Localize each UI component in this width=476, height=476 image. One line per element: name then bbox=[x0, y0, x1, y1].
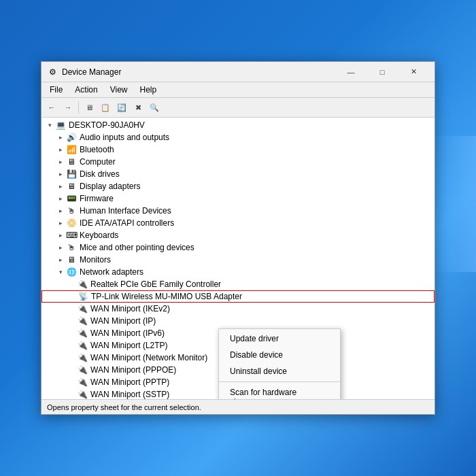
item-label-firmware: Firmware bbox=[80, 194, 114, 203]
tree-item-bluetooth[interactable]: ▸📶Bluetooth bbox=[41, 143, 435, 156]
toolbar-separator-1 bbox=[78, 101, 79, 114]
expand-icon-wan-monitor[interactable] bbox=[66, 352, 77, 363]
item-label-network: Network adapters bbox=[80, 267, 143, 277]
expand-icon-ide[interactable]: ▸ bbox=[55, 218, 66, 228]
minimize-button[interactable]: — bbox=[335, 62, 367, 82]
tree-item-diskdrives[interactable]: ▸💾Disk drives bbox=[41, 168, 435, 180]
item-icon-display: 🖥 bbox=[66, 181, 77, 192]
forward-button[interactable]: → bbox=[61, 100, 75, 115]
status-text: Opens property sheet for the current sel… bbox=[47, 403, 201, 411]
item-label-wan-ikev2: WAN Miniport (IKEv2) bbox=[90, 304, 170, 313]
properties-button[interactable]: 📋 bbox=[98, 100, 113, 115]
expand-icon-mice[interactable]: ▸ bbox=[55, 242, 66, 253]
expand-icon-wan-sstp[interactable] bbox=[66, 389, 77, 399]
item-icon-bluetooth: 📶 bbox=[66, 144, 77, 155]
expand-icon-wan-l2tp[interactable] bbox=[66, 340, 77, 351]
tree-item-mice[interactable]: ▸🖱Mice and other pointing devices bbox=[41, 241, 435, 254]
tree-item-display[interactable]: ▸🖥Display adapters bbox=[41, 180, 435, 192]
item-label-audio: Audio inputs and outputs bbox=[80, 133, 169, 142]
expand-icon-firmware[interactable]: ▸ bbox=[55, 193, 66, 204]
item-icon-audio: 🔊 bbox=[66, 132, 77, 143]
content-area: ▾💻DESKTOP-90JA0HV▸🔊Audio inputs and outp… bbox=[41, 118, 435, 399]
item-icon-wan-l2tp: 🔌 bbox=[77, 340, 88, 351]
item-label-keyboards: Keyboards bbox=[80, 231, 118, 240]
scan-button[interactable]: 🔍 bbox=[147, 100, 162, 115]
item-label-realtek: Realtek PCIe GbE Family Controller bbox=[90, 279, 221, 289]
expand-icon-monitors[interactable]: ▸ bbox=[55, 254, 66, 265]
tree-item-wan-ip[interactable]: 🔌WAN Miniport (IP) bbox=[41, 315, 435, 327]
tree-item-realtek[interactable]: 🔌Realtek PCIe GbE Family Controller bbox=[41, 278, 435, 290]
context-menu-item-uninstall-device[interactable]: Uninstall device bbox=[219, 363, 340, 379]
tree-item-network[interactable]: ▾🌐Network adapters bbox=[41, 266, 435, 278]
maximize-button[interactable]: □ bbox=[367, 62, 398, 82]
tree-item-firmware[interactable]: ▸📟Firmware bbox=[41, 192, 435, 205]
item-label-wan-l2tp: WAN Miniport (L2TP) bbox=[90, 341, 168, 350]
item-icon-wan-pppoe: 🔌 bbox=[77, 364, 88, 375]
expand-icon-network[interactable]: ▾ bbox=[55, 267, 66, 277]
tree-item-audio[interactable]: ▸🔊Audio inputs and outputs bbox=[41, 131, 435, 143]
item-label-ide: IDE ATA/ATAPI controllers bbox=[80, 218, 174, 228]
item-label-mice: Mice and other pointing devices bbox=[80, 243, 194, 252]
menu-file[interactable]: File bbox=[44, 84, 68, 96]
item-icon-wan-sstp: 🔌 bbox=[77, 389, 88, 399]
item-label-monitors: Monitors bbox=[80, 255, 111, 265]
item-icon-mice: 🖱 bbox=[66, 242, 77, 253]
expand-icon-wan-ipv6[interactable] bbox=[66, 328, 77, 339]
context-menu-separator-3 bbox=[219, 381, 340, 382]
item-icon-computer2: 🖥 bbox=[66, 156, 77, 167]
menu-bar: File Action View Help bbox=[41, 82, 435, 98]
item-icon-wan-ikev2: 🔌 bbox=[77, 303, 88, 314]
menu-action[interactable]: Action bbox=[69, 84, 103, 96]
expand-icon-wan-pptp[interactable] bbox=[66, 377, 77, 388]
expand-icon-hid[interactable]: ▸ bbox=[55, 205, 66, 216]
show-all-devices-button[interactable]: 🖥 bbox=[82, 100, 97, 115]
expand-icon-wan-ip[interactable] bbox=[66, 316, 77, 326]
context-menu-item-scan-for-hardware-changes[interactable]: Scan for hardware changes bbox=[219, 384, 340, 399]
menu-view[interactable]: View bbox=[105, 84, 133, 96]
back-button[interactable]: ← bbox=[44, 100, 59, 115]
uninstall-button[interactable]: ✖ bbox=[131, 100, 146, 115]
tree-item-hid[interactable]: ▸🖱Human Interface Devices bbox=[41, 205, 435, 217]
close-button[interactable]: ✕ bbox=[398, 62, 429, 82]
expand-icon-keyboards[interactable]: ▸ bbox=[55, 230, 66, 241]
item-label-wan-ipv6: WAN Miniport (IPv6) bbox=[90, 328, 165, 338]
expand-icon-audio[interactable]: ▸ bbox=[55, 132, 66, 143]
item-icon-network: 🌐 bbox=[66, 267, 77, 277]
item-icon-computer: 💻 bbox=[55, 120, 66, 131]
item-label-computer2: Computer bbox=[80, 157, 116, 167]
item-icon-diskdrives: 💾 bbox=[66, 169, 77, 180]
context-menu-item-disable-device[interactable]: Disable device bbox=[219, 347, 340, 363]
expand-icon-display[interactable]: ▸ bbox=[55, 181, 66, 192]
expand-icon-diskdrives[interactable]: ▸ bbox=[55, 169, 66, 180]
tree-item-tplink[interactable]: 📡TP-Link Wireless MU-MIMO USB Adapter bbox=[41, 290, 435, 303]
tree-item-computer[interactable]: ▾💻DESKTOP-90JA0HV bbox=[41, 119, 435, 131]
item-icon-tplink: 📡 bbox=[78, 291, 88, 302]
expand-icon-tplink[interactable] bbox=[67, 291, 78, 302]
context-menu: Update driverDisable deviceUninstall dev… bbox=[218, 328, 341, 399]
status-bar: Opens property sheet for the current sel… bbox=[41, 399, 435, 414]
tree-item-keyboards[interactable]: ▸⌨Keyboards bbox=[41, 229, 435, 241]
expand-icon-bluetooth[interactable]: ▸ bbox=[55, 144, 66, 155]
expand-icon-realtek[interactable] bbox=[66, 279, 77, 290]
item-icon-wan-pptp: 🔌 bbox=[77, 377, 88, 388]
tree-item-wan-ikev2[interactable]: 🔌WAN Miniport (IKEv2) bbox=[41, 303, 435, 315]
expand-icon-wan-ikev2[interactable] bbox=[66, 303, 77, 314]
tree-item-computer2[interactable]: ▸🖥Computer bbox=[41, 156, 435, 168]
title-bar: ⚙ Device Manager — □ ✕ bbox=[41, 62, 435, 82]
item-label-tplink: TP-Link Wireless MU-MIMO USB Adapter bbox=[91, 292, 242, 301]
window-title: Device Manager bbox=[62, 67, 335, 77]
update-driver-button[interactable]: 🔄 bbox=[114, 100, 129, 115]
item-icon-hid: 🖱 bbox=[66, 205, 77, 216]
menu-help[interactable]: Help bbox=[135, 84, 163, 96]
tree-item-ide[interactable]: ▸📀IDE ATA/ATAPI controllers bbox=[41, 217, 435, 229]
item-label-display: Display adapters bbox=[80, 182, 140, 191]
tree-item-monitors[interactable]: ▸🖥Monitors bbox=[41, 254, 435, 266]
item-icon-monitors: 🖥 bbox=[66, 254, 77, 265]
item-label-wan-monitor: WAN Miniport (Network Monitor) bbox=[90, 353, 207, 362]
item-icon-wan-ip: 🔌 bbox=[77, 316, 88, 326]
expand-icon-computer2[interactable]: ▸ bbox=[55, 156, 66, 167]
expand-icon-computer[interactable]: ▾ bbox=[44, 120, 55, 131]
expand-icon-wan-pppoe[interactable] bbox=[66, 364, 77, 375]
device-manager-window: ⚙ Device Manager — □ ✕ File Action View … bbox=[41, 61, 435, 415]
context-menu-item-update-driver[interactable]: Update driver bbox=[219, 330, 340, 347]
